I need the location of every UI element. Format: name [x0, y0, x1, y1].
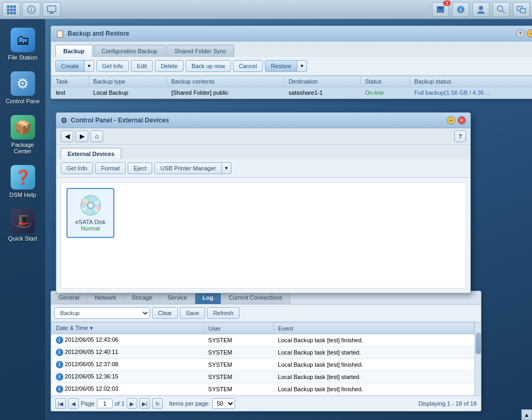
page-label: Page	[81, 400, 95, 407]
log-refresh-button[interactable]: Refresh	[207, 307, 239, 319]
cell-backup-type: Local Backup	[89, 87, 167, 98]
next-page-button[interactable]: ▶	[127, 398, 137, 409]
usb-printer-manager-button[interactable]: USB Printer Manager	[154, 162, 222, 174]
sidebar-item-file-station[interactable]: File Station	[2, 24, 44, 64]
svg-rect-11	[47, 6, 56, 12]
log-cell-datetime: i 2012/06/05 12:40:11	[52, 347, 204, 359]
items-per-page-select[interactable]: 50	[212, 398, 235, 409]
taskbar-right: 3 i	[432, 2, 530, 17]
tab-config-backup[interactable]: Configuration Backup	[94, 45, 165, 57]
restore-btn-group: Restore ▾	[265, 60, 307, 72]
backup-window-title: Backup and Restore	[68, 30, 513, 37]
sidebar-item-dsm-help[interactable]: DSM Help	[2, 162, 44, 201]
cell-status: On-line	[361, 87, 410, 98]
svg-rect-6	[7, 12, 10, 14]
log-cell-user: SYSTEM	[204, 383, 273, 396]
col-destination: Destination	[284, 76, 361, 87]
restore-dropdown-button[interactable]: ▾	[297, 60, 307, 72]
alert-info-btn[interactable]: i	[452, 2, 469, 17]
sidebar-item-label: Quick Start	[8, 235, 37, 242]
col-task: Task	[52, 76, 89, 87]
restore-button[interactable]: Restore	[265, 60, 297, 72]
log-info-icon: i	[56, 361, 63, 368]
log-cell-user: SYSTEM	[204, 334, 273, 347]
extdev-format-button[interactable]: Format	[95, 162, 126, 174]
page-of-label: of 1	[115, 400, 124, 407]
sidebar-item-control-panel[interactable]: Control Pane	[2, 68, 44, 108]
esata-disk-icon: 💿	[79, 194, 103, 217]
log-filter-select[interactable]: Backup	[54, 307, 150, 319]
log-cell-event: Local Backup task [test] finished.	[273, 383, 474, 396]
edit-button[interactable]: Edit	[131, 60, 153, 72]
device-esata-disk[interactable]: 💿 eSATA Disk Normal	[66, 188, 114, 238]
svg-rect-8	[13, 12, 16, 14]
page-number-input[interactable]	[97, 399, 113, 408]
log-cell-datetime: i 2012/06/05 12:37:08	[52, 359, 204, 371]
first-page-button[interactable]: |◀	[55, 398, 66, 409]
sidebar-item-label: DSM Help	[9, 192, 36, 198]
log-row[interactable]: i 2012/06/05 12:02:03 SYSTEM Local Backu…	[52, 383, 475, 396]
sidebar-item-label: Package Center	[5, 142, 40, 154]
usb-printer-dropdown-button[interactable]: ▾	[222, 162, 231, 174]
log-scrollbar-thumb[interactable]	[476, 333, 481, 354]
user-button[interactable]	[472, 2, 489, 17]
create-dropdown-button[interactable]: ▾	[85, 60, 94, 72]
col-backup-contents: Backup contents	[167, 76, 284, 87]
get-info-button[interactable]: Get Info	[96, 60, 129, 72]
last-page-button[interactable]: ▶|	[139, 398, 150, 409]
log-row[interactable]: i 2012/06/05 12:40:11 SYSTEM Local Backu…	[52, 347, 475, 359]
log-clear-button[interactable]: Clear	[152, 307, 178, 319]
window-manage-button[interactable]	[513, 2, 530, 17]
nav-home-button[interactable]: ⌂	[90, 130, 103, 142]
extdevices-tab-bar: External Devices	[56, 145, 470, 159]
log-row[interactable]: i 2012/06/05 12:37:08 SYSTEM Local Backu…	[52, 359, 475, 371]
svg-rect-0	[7, 5, 10, 8]
log-cell-event: Local Backup task [test] finished.	[273, 359, 474, 371]
apps-button[interactable]	[2, 2, 20, 17]
svg-rect-5	[13, 9, 16, 11]
extdevices-help-button[interactable]: ?	[454, 130, 466, 142]
monitor-button[interactable]	[43, 2, 61, 17]
extdevices-titlebar: ⚙ Control Panel - External Devices – ✕	[56, 113, 470, 128]
tab-backup[interactable]: Backup	[55, 45, 93, 57]
tab-shared-folder-sync[interactable]: Shared Folder Sync	[167, 45, 234, 57]
tab-external-devices[interactable]: External Devices	[61, 148, 121, 159]
nav-forward-button[interactable]: ▶	[76, 130, 88, 142]
log-info-icon: i	[56, 373, 63, 381]
extdevices-close-btn[interactable]: ✕	[458, 116, 466, 125]
svg-rect-12	[51, 12, 53, 13]
backup-help-btn[interactable]: ?	[516, 29, 525, 38]
sidebar-item-label: File Station	[8, 54, 37, 61]
refresh-page-button[interactable]: ↻	[152, 398, 163, 409]
extdevices-min-btn[interactable]: –	[447, 116, 455, 125]
notification-button[interactable]: 3	[432, 2, 449, 17]
svg-text:i: i	[460, 7, 462, 13]
extdev-eject-button[interactable]: Eject	[128, 162, 152, 174]
cancel-button[interactable]: Cancel	[233, 60, 263, 72]
table-row[interactable]: test Local Backup [Shared Folder] public…	[52, 87, 533, 98]
log-scrollbar[interactable]	[475, 322, 481, 396]
prev-page-button[interactable]: ◀	[68, 398, 79, 409]
col-status: Status	[361, 76, 410, 87]
sidebar-item-package-center[interactable]: Package Center	[2, 112, 44, 158]
scroll-down-arrow[interactable]: ▲	[521, 409, 532, 420]
log-col-event: Event	[273, 323, 474, 334]
log-row[interactable]: i 2012/06/05 12:43:06 SYSTEM Local Backu…	[52, 334, 475, 347]
nav-back-button[interactable]: ◀	[61, 130, 73, 142]
back-up-now-button[interactable]: Back up now	[186, 60, 231, 72]
log-col-datetime[interactable]: Date & Time ▾	[52, 323, 204, 334]
delete-button[interactable]: Delete	[155, 60, 184, 72]
create-button[interactable]: Create	[55, 60, 85, 72]
log-info-icon: i	[56, 336, 63, 344]
log-row[interactable]: i 2012/06/05 12:36:15 SYSTEM Local Backu…	[52, 371, 475, 383]
cell-task: test	[52, 87, 89, 98]
info-button[interactable]: i	[22, 2, 40, 17]
log-save-button[interactable]: Save	[180, 307, 205, 319]
backup-toolbar: Create ▾ Get Info Edit Delete Back up no…	[51, 57, 532, 76]
sidebar-item-quick-start[interactable]: Quick Start	[2, 205, 44, 245]
log-table: Date & Time ▾ User Event i 2012/06/05 12…	[51, 322, 475, 396]
backup-tab-bar: Backup Configuration Backup Shared Folde…	[51, 42, 532, 57]
backup-min-btn[interactable]: –	[527, 29, 532, 38]
extdev-get-info-button[interactable]: Get Info	[61, 162, 93, 174]
search-button[interactable]	[493, 2, 510, 17]
